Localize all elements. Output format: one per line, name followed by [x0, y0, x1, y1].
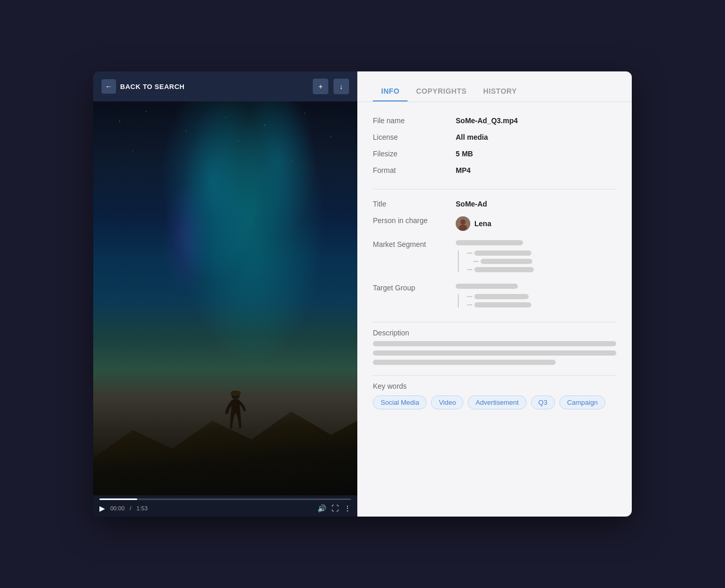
- tab-copyrights[interactable]: COPYRIGHTS: [408, 82, 475, 101]
- section-divider-2: [373, 322, 616, 322]
- market-segment-label: Market Segment: [373, 240, 456, 248]
- controls-row: ▶ 00:00 / 1:53 🔊 ⛶ ⋮: [99, 504, 351, 512]
- target-group-tree: [456, 284, 531, 307]
- market-tree-item-1: [467, 251, 534, 256]
- left-panel: ← BACK TO SEARCH + ↓: [93, 71, 357, 517]
- back-arrow-icon: ←: [102, 79, 116, 94]
- progress-bar[interactable]: [99, 498, 351, 500]
- market-segment-row: Market Segment: [373, 235, 616, 276]
- format-row: Format MP4: [373, 162, 616, 179]
- avatar-image: [456, 216, 470, 231]
- keywords-section: Key words Social Media Video Advertiseme…: [373, 382, 616, 409]
- desc-bar-1: [373, 341, 616, 346]
- file-info-section: File name SoMe-Ad_Q3.mp4 License All med…: [373, 112, 616, 179]
- time-separator: /: [130, 505, 132, 511]
- target-bar-3: [474, 302, 531, 307]
- market-bar-4: [474, 267, 534, 272]
- file-name-row: File name SoMe-Ad_Q3.mp4: [373, 112, 616, 129]
- license-row: License All media: [373, 129, 616, 145]
- back-label: BACK TO SEARCH: [120, 83, 185, 91]
- file-name-label: File name: [373, 116, 456, 125]
- add-button[interactable]: +: [313, 79, 328, 94]
- volume-button[interactable]: 🔊: [317, 504, 326, 512]
- section-divider-1: [373, 189, 616, 189]
- more-options-button[interactable]: ⋮: [344, 504, 351, 512]
- market-tree-item-3: [467, 267, 534, 272]
- title-row: Title SoMe-Ad: [373, 196, 616, 212]
- video-container: [93, 101, 357, 495]
- keywords-label: Key words: [373, 382, 616, 390]
- keyword-tag-4[interactable]: Campaign: [559, 395, 605, 409]
- target-bar-1: [456, 284, 518, 289]
- target-bar-2: [474, 294, 529, 299]
- svg-rect-2: [231, 391, 240, 395]
- time-total: 1:53: [137, 505, 148, 511]
- title-label: Title: [373, 200, 456, 208]
- add-icon: +: [318, 82, 323, 91]
- market-tree-item-2: [467, 259, 534, 264]
- desc-bar-3: [373, 360, 556, 365]
- time-current: 00:00: [110, 505, 125, 511]
- license-value: All media: [456, 133, 488, 141]
- person-name: Lena: [474, 219, 491, 228]
- market-bar-3: [481, 259, 532, 264]
- right-panel: INFO COPYRIGHTS HISTORY File name SoMe-A…: [357, 71, 632, 517]
- fullscreen-button[interactable]: ⛶: [331, 504, 339, 512]
- target-tree-item-2: [467, 302, 531, 307]
- video-background: [93, 101, 357, 495]
- video-controls: ▶ 00:00 / 1:53 🔊 ⛶ ⋮: [93, 495, 357, 517]
- svg-point-5: [459, 225, 467, 231]
- target-tree-item-1: [467, 294, 531, 299]
- person-info: Lena: [456, 216, 491, 231]
- tab-info[interactable]: INFO: [373, 82, 408, 101]
- tab-history[interactable]: HISTORY: [475, 82, 525, 101]
- filesize-value: 5 MB: [456, 150, 473, 158]
- desc-bar-2: [373, 350, 616, 356]
- back-to-search-button[interactable]: ← BACK TO SEARCH: [102, 79, 308, 94]
- download-icon: ↓: [340, 82, 343, 91]
- keyword-tag-3[interactable]: Q3: [531, 395, 555, 409]
- avatar: [456, 216, 470, 231]
- target-group-row: Target Group: [373, 278, 616, 312]
- market-bar-2: [474, 251, 531, 256]
- svg-point-4: [460, 219, 466, 225]
- market-tree-indent: [458, 251, 534, 272]
- description-label: Description: [373, 329, 616, 337]
- license-label: License: [373, 133, 456, 141]
- info-content: File name SoMe-Ad_Q3.mp4 License All med…: [357, 102, 632, 517]
- format-label: Format: [373, 166, 456, 174]
- keyword-tag-0[interactable]: Social Media: [373, 395, 427, 409]
- metadata-section: Title SoMe-Ad Person in charge: [373, 196, 616, 312]
- stars-overlay: [93, 101, 357, 299]
- target-group-label: Target Group: [373, 284, 456, 292]
- download-button[interactable]: ↓: [334, 79, 349, 94]
- person-row: Person in charge Lena: [373, 212, 616, 235]
- title-value: SoMe-Ad: [456, 200, 487, 208]
- section-divider-3: [373, 375, 616, 376]
- target-tree-indent: [458, 294, 531, 307]
- top-bar: ← BACK TO SEARCH + ↓: [93, 71, 357, 101]
- main-container: ← BACK TO SEARCH + ↓: [93, 71, 632, 517]
- tabs-bar: INFO COPYRIGHTS HISTORY: [357, 71, 632, 102]
- play-button[interactable]: ▶: [99, 504, 105, 512]
- filesize-row: Filesize 5 MB: [373, 145, 616, 162]
- market-segment-tree: [456, 240, 534, 272]
- person-label: Person in charge: [373, 216, 456, 231]
- description-skeletons: [373, 341, 616, 365]
- keyword-tags: Social Media Video Advertisement Q3 Camp…: [373, 395, 616, 409]
- file-name-value: SoMe-Ad_Q3.mp4: [456, 116, 518, 125]
- progress-fill: [99, 498, 137, 500]
- keyword-tag-2[interactable]: Advertisement: [468, 395, 526, 409]
- keyword-tag-1[interactable]: Video: [431, 395, 463, 409]
- description-section: Description: [373, 329, 616, 365]
- format-value: MP4: [456, 166, 471, 174]
- filesize-label: Filesize: [373, 150, 456, 158]
- controls-right: 🔊 ⛶ ⋮: [317, 504, 351, 512]
- market-bar-1: [456, 240, 523, 245]
